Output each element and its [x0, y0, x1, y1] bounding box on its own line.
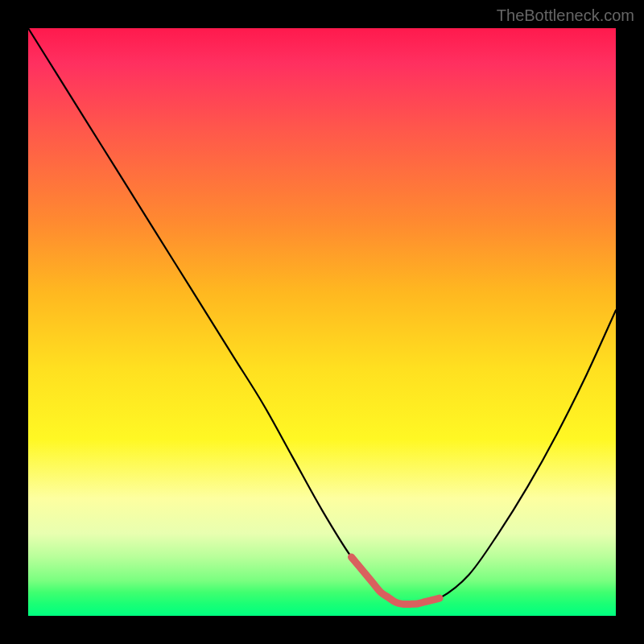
chart-main-line	[28, 28, 616, 605]
watermark-text: TheBottleneck.com	[497, 6, 634, 25]
chart-curve-svg	[28, 28, 616, 616]
chart-plot-area	[28, 28, 616, 616]
chart-highlight-segment	[352, 557, 440, 605]
